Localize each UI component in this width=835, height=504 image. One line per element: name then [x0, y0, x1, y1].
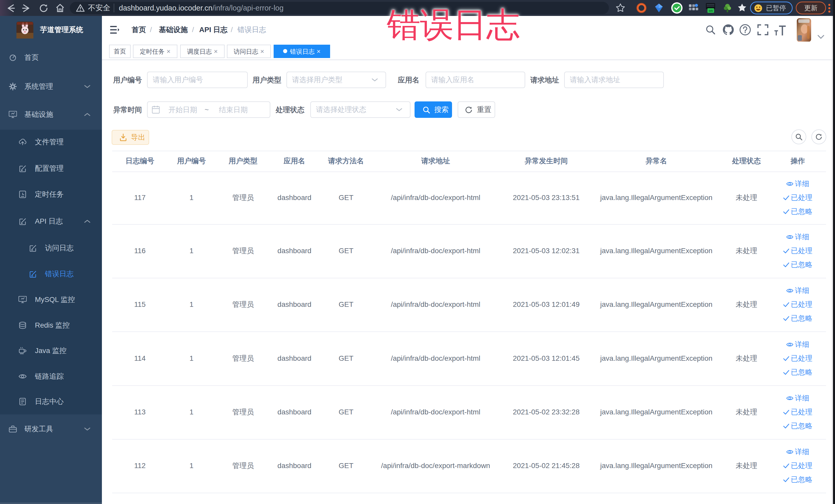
svg-text:on: on	[709, 9, 713, 13]
